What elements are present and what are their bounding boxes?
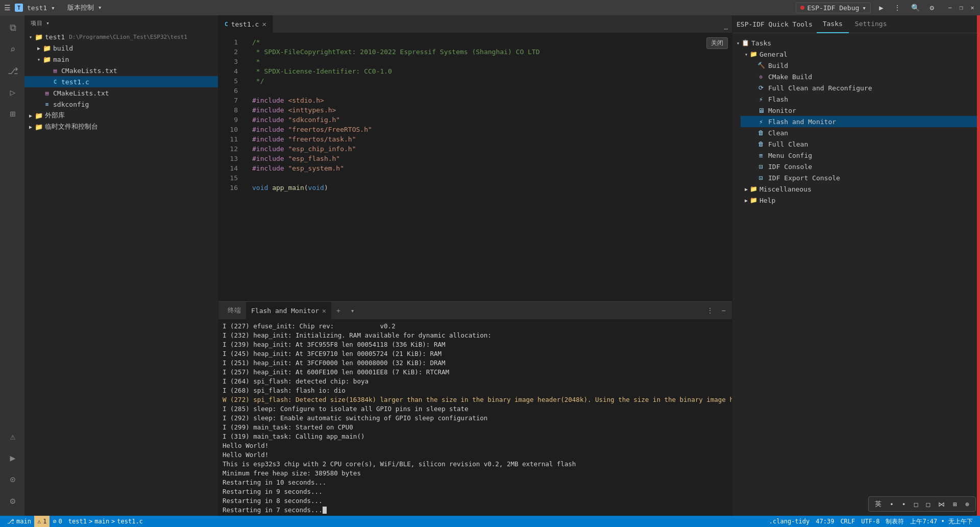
task-build-label: Build: [768, 62, 788, 69]
help-header[interactable]: ▶ 📁 Help: [732, 195, 977, 206]
ime-grid[interactable]: ⊞: [951, 499, 959, 509]
task-idf-console[interactable]: ⊡ IDF Console: [741, 161, 977, 172]
task-cmake-build[interactable]: ⚙ CMake Build: [741, 71, 977, 82]
c-file-icon: C: [51, 78, 59, 86]
ime-lang-switch[interactable]: 英: [873, 498, 884, 510]
activity-debug-console[interactable]: ▶: [2, 447, 22, 468]
task-flash-and-monitor[interactable]: ⚡ Flash and Monitor: [741, 116, 977, 127]
tree-item-scratch[interactable]: ▶ 📁 临时文件和控制台: [24, 121, 218, 132]
term-tab-close-icon[interactable]: ✕: [322, 307, 326, 315]
task-menu-config[interactable]: ≡ Menu Config: [741, 150, 977, 161]
project-name[interactable]: test1 ▾: [27, 4, 55, 12]
activity-search[interactable]: ⌕: [2, 39, 22, 59]
global-settings-icon[interactable]: ⚙: [928, 3, 936, 13]
status-breadcrumb[interactable]: test1 > main > test1.c: [65, 516, 146, 527]
hamburger-menu-icon[interactable]: ☰: [4, 4, 11, 12]
terminal-tab-bar: 终端 Flash and Monitor ✕ + ▾ ⋮ −: [218, 302, 732, 320]
right-tab-settings[interactable]: Settings: [849, 15, 893, 33]
activity-terminal[interactable]: ⊙: [2, 469, 22, 489]
tree-item-build[interactable]: ▶ 📁 build: [24, 42, 218, 54]
terminal-dropdown-button[interactable]: ▾: [346, 302, 360, 320]
tree-label-test1c: test1.c: [61, 78, 89, 86]
tree-item-cmake-root[interactable]: ▤ CMakeLists.txt: [24, 87, 218, 99]
tree-item-main[interactable]: ▾ 📁 main: [24, 54, 218, 65]
activity-extensions[interactable]: ⊞: [2, 103, 22, 124]
right-tab-tasks[interactable]: Tasks: [817, 15, 849, 33]
task-monitor-label: Monitor: [768, 107, 796, 114]
ime-box1[interactable]: □: [912, 499, 920, 509]
status-branch[interactable]: ⎇ main: [4, 516, 34, 527]
titlebar-more-icon[interactable]: ⋮: [892, 3, 903, 13]
breadcrumb-sep1: >: [89, 518, 92, 525]
task-full-clean[interactable]: 🗑 Full Clean: [741, 138, 977, 150]
misc-header[interactable]: ▶ 📁 Miscellaneous: [732, 183, 977, 195]
menu-config-icon: ≡: [757, 151, 765, 159]
right-panel-content: ▾ 📋 Tasks ▾ 📁 General 🔨 Build: [732, 33, 977, 516]
task-flash[interactable]: ⚡ Flash: [741, 93, 977, 105]
task-clean-label: Clean: [768, 129, 788, 137]
tree-item-cmake-main[interactable]: ▤ CMakeLists.txt: [24, 65, 218, 76]
esp-idf-debug-selector[interactable]: ESP-IDF Debug ▾: [796, 3, 871, 13]
breadcrumb-project: test1: [68, 518, 87, 525]
tree-label-main: main: [53, 56, 69, 63]
terminal-actions: ⋮ −: [704, 305, 728, 316]
code-line-4: * SPDX-License-Identifier: CC0-1.0: [252, 66, 724, 76]
close-button[interactable]: ✕: [969, 4, 976, 11]
code-area[interactable]: 关闭 /* * SPDX-FileCopyrightText: 2010-202…: [244, 33, 732, 301]
task-idf-export-console[interactable]: ⊡ IDF Export Console: [741, 172, 977, 183]
status-clang-tidy[interactable]: .clang-tidy: [766, 516, 813, 527]
editor-content: 12345 678910 1112131415 16 关闭 /* * SPDX-…: [218, 33, 732, 301]
task-clean[interactable]: 🗑 Clean: [741, 127, 977, 138]
status-indent[interactable]: 制表符: [883, 516, 907, 527]
tree-item-ext-libs[interactable]: ▶ 📁 外部库: [24, 110, 218, 121]
term-line-14: Hello World!: [223, 441, 728, 450]
tree-item-root[interactable]: ▾ 📁 test1 D:\Programme\CLion_Test\ESP32\…: [24, 31, 218, 42]
minimize-button[interactable]: −: [946, 4, 953, 11]
task-monitor[interactable]: 🖥 Monitor: [741, 105, 977, 116]
editor-tab-test1c[interactable]: C test1.c ✕: [218, 15, 273, 33]
task-full-clean-reconfigure[interactable]: ⟳ Full Clean and Reconfigure: [741, 82, 977, 93]
terminal-tab-terminal[interactable]: 终端: [223, 302, 246, 320]
task-full-clean-label: Full Clean: [768, 140, 808, 148]
idf-console-icon: ⊡: [757, 162, 765, 171]
activity-settings[interactable]: ⚙: [2, 490, 22, 511]
terminal-cursor: [323, 507, 327, 514]
ime-connect[interactable]: ⋈: [936, 499, 947, 509]
tree-item-test1c[interactable]: C test1.c: [24, 76, 218, 87]
tasks-section: ▾ 📋 Tasks ▾ 📁 General 🔨 Build: [732, 37, 977, 206]
general-header[interactable]: ▾ 📁 General: [741, 49, 977, 60]
terminal-tab-flash-monitor[interactable]: Flash and Monitor ✕: [246, 302, 331, 320]
folder-icon-scratch: 📁: [35, 123, 43, 131]
run-button[interactable]: ▶: [877, 3, 885, 13]
activity-explorer[interactable]: ⧉: [2, 17, 22, 38]
tab-more-button[interactable]: ⋯: [720, 25, 732, 33]
activity-run-debug[interactable]: ▷: [2, 82, 22, 102]
ime-plus[interactable]: ⊕: [963, 499, 971, 509]
status-warnings[interactable]: ⚠ 1: [34, 516, 50, 527]
terminal-more-button[interactable]: ⋮: [704, 305, 716, 316]
terminal-add-button[interactable]: +: [331, 302, 346, 320]
ime-box2[interactable]: □: [924, 499, 933, 509]
code-line-8: #include <inttypes.h>: [252, 105, 724, 115]
tasks-root-header[interactable]: ▾ 📋 Tasks: [732, 37, 977, 49]
ime-dot2[interactable]: •: [900, 499, 908, 509]
term-line-13: I (319) main_task: Calling app_main(): [223, 432, 728, 441]
status-encoding[interactable]: UTF-8: [858, 516, 883, 527]
global-search-icon[interactable]: 🔍: [909, 3, 922, 13]
task-build[interactable]: 🔨 Build: [741, 60, 977, 71]
ime-dot1[interactable]: •: [888, 499, 896, 509]
main-layout: ⧉ ⌕ ⎇ ▷ ⊞ ⚠ ▶ ⊙ ⚙ 项目 ▾ ▾ 📁 test1 D:\Prog…: [0, 15, 980, 516]
terminal-minimize-button[interactable]: −: [720, 305, 728, 316]
version-control-button[interactable]: 版本控制 ▾: [67, 3, 102, 12]
tree-label-ext-libs: 外部库: [45, 111, 65, 120]
activity-problems[interactable]: ⚠: [2, 426, 22, 446]
tree-item-sdkconfig[interactable]: ≡ sdkconfig: [24, 99, 218, 110]
status-line-ending[interactable]: CRLF: [837, 516, 858, 527]
tab-close-button[interactable]: ✕: [262, 20, 266, 28]
right-panel-tabs: ESP-IDF Quick Tools Tasks Settings: [732, 15, 977, 33]
activity-source-control[interactable]: ⎇: [2, 60, 22, 81]
close-overlay-button[interactable]: 关闭: [706, 37, 728, 49]
status-errors[interactable]: ⊘ 0: [50, 516, 65, 527]
esp-debug-dropdown[interactable]: ▾: [862, 4, 866, 12]
restore-button[interactable]: ❐: [958, 4, 965, 11]
